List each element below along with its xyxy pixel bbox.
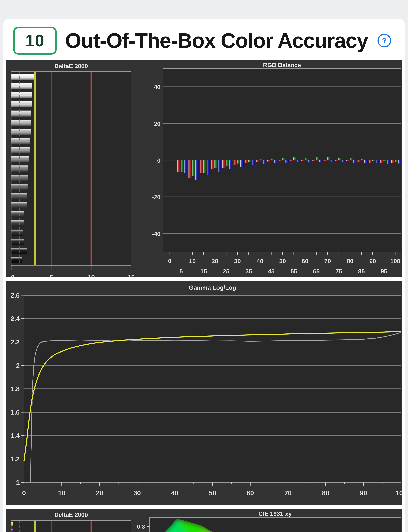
svg-text:45: 45 xyxy=(268,268,275,275)
svg-text:20: 20 xyxy=(96,489,103,497)
svg-text:25: 25 xyxy=(223,268,230,275)
svg-text:5: 5 xyxy=(179,268,183,275)
svg-text:30: 30 xyxy=(134,489,141,497)
svg-text:95: 95 xyxy=(381,268,387,275)
svg-text:-40: -40 xyxy=(152,231,161,237)
score-value: 10 xyxy=(26,31,44,50)
help-icon[interactable]: ? xyxy=(377,34,391,47)
svg-text:90: 90 xyxy=(369,258,376,264)
svg-text:80: 80 xyxy=(322,489,329,497)
svg-text:RGB Balance: RGB Balance xyxy=(263,62,301,68)
svg-text:5: 5 xyxy=(49,274,53,277)
svg-text:10: 10 xyxy=(189,258,196,264)
svg-text:DeltaE 2000: DeltaE 2000 xyxy=(54,63,88,69)
svg-text:35: 35 xyxy=(245,268,252,275)
svg-text:2.6: 2.6 xyxy=(10,292,20,299)
svg-text:70: 70 xyxy=(284,489,292,497)
panel-color-deltae-cie: 051015DeltaE 200000.10.20.30.40.50.60.70… xyxy=(6,509,402,532)
svg-text:85: 85 xyxy=(358,268,365,275)
svg-text:20: 20 xyxy=(154,120,161,127)
svg-text:0: 0 xyxy=(11,274,15,277)
score-badge: 10 xyxy=(13,27,57,54)
svg-text:1.6: 1.6 xyxy=(10,408,20,416)
panel-gamma: 11.21.41.61.822.22.42.601020304050607080… xyxy=(6,281,402,505)
review-section-card: 10 Out-Of-The-Box Color Accuracy ? 05101… xyxy=(3,19,405,532)
svg-text:60: 60 xyxy=(246,489,254,497)
section-header: 10 Out-Of-The-Box Color Accuracy ? xyxy=(3,19,405,61)
svg-text:60: 60 xyxy=(302,258,308,264)
svg-text:0: 0 xyxy=(157,157,161,164)
svg-text:2.4: 2.4 xyxy=(10,315,20,322)
svg-text:40: 40 xyxy=(154,84,161,90)
svg-text:30: 30 xyxy=(234,258,241,264)
svg-text:15: 15 xyxy=(200,268,207,275)
svg-text:1.8: 1.8 xyxy=(10,385,20,392)
svg-text:100: 100 xyxy=(396,489,402,497)
svg-text:0: 0 xyxy=(168,258,171,264)
svg-text:10: 10 xyxy=(87,274,95,277)
svg-text:1: 1 xyxy=(16,479,20,486)
gamma-log-log-chart: 11.21.41.61.822.22.42.601020304050607080… xyxy=(6,281,402,505)
svg-text:100: 100 xyxy=(390,258,400,264)
svg-text:0.8: 0.8 xyxy=(137,523,145,530)
page: 10 Out-Of-The-Box Color Accuracy ? 05101… xyxy=(0,0,408,532)
svg-text:40: 40 xyxy=(257,258,264,264)
svg-text:DeltaE 2000: DeltaE 2000 xyxy=(54,512,88,518)
svg-text:0: 0 xyxy=(22,489,26,497)
grayscale-deltae-and-rgb-balance-chart: 051015DeltaE 200040200-20-40010203040506… xyxy=(6,61,402,277)
svg-text:20: 20 xyxy=(212,258,218,264)
svg-text:2: 2 xyxy=(16,362,20,369)
svg-text:-20: -20 xyxy=(152,194,161,201)
svg-text:1.2: 1.2 xyxy=(10,455,20,463)
svg-text:CIE 1931 xy: CIE 1931 xy xyxy=(258,510,292,517)
svg-text:65: 65 xyxy=(313,268,320,275)
svg-text:70: 70 xyxy=(324,258,331,264)
svg-text:40: 40 xyxy=(171,489,178,497)
color-deltae-and-cie-1931-chart: 051015DeltaE 200000.10.20.30.40.50.60.70… xyxy=(6,509,402,532)
svg-text:50: 50 xyxy=(209,489,216,497)
svg-text:80: 80 xyxy=(347,258,354,264)
svg-text:1.4: 1.4 xyxy=(10,432,20,439)
svg-text:50: 50 xyxy=(279,258,286,264)
svg-text:75: 75 xyxy=(336,268,342,275)
section-title: Out-Of-The-Box Color Accuracy xyxy=(65,29,368,53)
svg-text:Gamma Log/Log: Gamma Log/Log xyxy=(189,284,236,291)
svg-text:2.2: 2.2 xyxy=(10,338,20,346)
svg-text:15: 15 xyxy=(128,274,135,277)
svg-text:10: 10 xyxy=(58,489,65,497)
svg-text:90: 90 xyxy=(360,489,367,497)
panel-grayscale-rgb-balance: 051015DeltaE 200040200-20-40010203040506… xyxy=(6,61,402,277)
svg-text:55: 55 xyxy=(290,268,297,275)
